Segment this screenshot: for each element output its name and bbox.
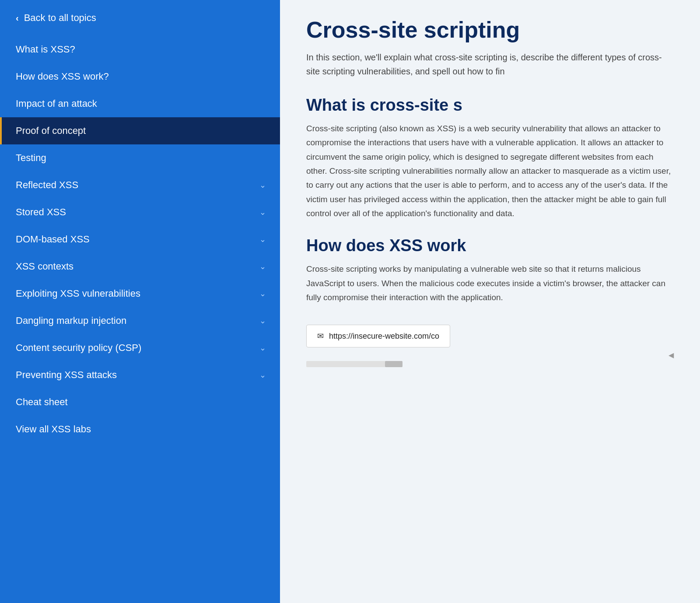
sidebar-item-label: What is XSS? bbox=[16, 44, 75, 55]
chevron-down-icon: ⌄ bbox=[259, 370, 266, 380]
intro-text: In this section, we'll explain what cros… bbox=[306, 50, 674, 78]
chevron-down-icon: ⌄ bbox=[259, 316, 266, 326]
sidebar-item-label: XSS contexts bbox=[16, 261, 74, 272]
horizontal-scrollbar[interactable] bbox=[306, 361, 402, 367]
section2-heading: How does XSS work bbox=[306, 236, 674, 255]
sidebar: ‹ Back to all topics What is XSS?How doe… bbox=[0, 0, 280, 603]
scrollbar-thumb[interactable] bbox=[385, 361, 402, 367]
sidebar-item-label: Stored XSS bbox=[16, 207, 66, 218]
sidebar-item-proof-of-concept[interactable]: Proof of concept bbox=[0, 117, 280, 144]
sidebar-item-label: Dangling markup injection bbox=[16, 315, 126, 326]
main-content: Cross-site scripting In this section, we… bbox=[280, 0, 700, 603]
sidebar-item-exploiting-xss-vulnerabilities[interactable]: Exploiting XSS vulnerabilities⌄ bbox=[0, 280, 280, 307]
sidebar-item-label: Proof of concept bbox=[16, 125, 86, 137]
url-text: https://insecure-website.com/co bbox=[329, 332, 439, 341]
page-title: Cross-site scripting bbox=[306, 18, 674, 42]
chevron-down-icon: ⌄ bbox=[259, 207, 266, 217]
sidebar-item-view-all-xss-labs[interactable]: View all XSS labs bbox=[0, 416, 280, 443]
sidebar-item-what-is-xss[interactable]: What is XSS? bbox=[0, 36, 280, 63]
section1-text: Cross-site scripting (also known as XSS)… bbox=[306, 122, 674, 221]
sidebar-item-reflected-xss[interactable]: Reflected XSS⌄ bbox=[0, 172, 280, 199]
sidebar-item-impact-of-an-attack[interactable]: Impact of an attack bbox=[0, 90, 280, 117]
chevron-left-icon: ‹ bbox=[16, 13, 19, 23]
sidebar-item-dangling-markup-injection[interactable]: Dangling markup injection⌄ bbox=[0, 307, 280, 334]
sidebar-item-dom-based-xss[interactable]: DOM-based XSS⌄ bbox=[0, 226, 280, 253]
envelope-icon: ✉ bbox=[317, 331, 324, 341]
url-example-box: ✉ https://insecure-website.com/co bbox=[306, 325, 450, 347]
sidebar-item-label: Preventing XSS attacks bbox=[16, 369, 117, 381]
sidebar-item-preventing-xss-attacks[interactable]: Preventing XSS attacks⌄ bbox=[0, 361, 280, 389]
section2-text: Cross-site scripting works by manipulati… bbox=[306, 262, 674, 305]
sidebar-item-label: Exploiting XSS vulnerabilities bbox=[16, 288, 140, 299]
scroll-indicator: ◀ bbox=[306, 351, 674, 359]
chevron-down-icon: ⌄ bbox=[259, 343, 266, 353]
sidebar-item-testing[interactable]: Testing bbox=[0, 144, 280, 172]
sidebar-item-cheat-sheet[interactable]: Cheat sheet bbox=[0, 389, 280, 416]
back-label: Back to all topics bbox=[24, 12, 96, 24]
chevron-down-icon: ⌄ bbox=[259, 180, 266, 190]
sidebar-item-xss-contexts[interactable]: XSS contexts⌄ bbox=[0, 253, 280, 280]
sidebar-item-label: Content security policy (CSP) bbox=[16, 342, 141, 354]
sidebar-item-label: Testing bbox=[16, 152, 46, 164]
chevron-down-icon: ⌄ bbox=[259, 262, 266, 271]
section1-heading: What is cross-site s bbox=[306, 96, 674, 115]
chevron-down-icon: ⌄ bbox=[259, 235, 266, 244]
sidebar-item-label: View all XSS labs bbox=[16, 424, 91, 435]
sidebar-item-content-security-policy[interactable]: Content security policy (CSP)⌄ bbox=[0, 334, 280, 361]
sidebar-item-stored-xss[interactable]: Stored XSS⌄ bbox=[0, 199, 280, 226]
sidebar-item-how-does-xss-work[interactable]: How does XSS work? bbox=[0, 63, 280, 90]
sidebar-item-label: How does XSS work? bbox=[16, 71, 109, 82]
sidebar-item-label: Reflected XSS bbox=[16, 179, 78, 191]
back-to-all-topics[interactable]: ‹ Back to all topics bbox=[0, 0, 280, 36]
scroll-left-arrow: ◀ bbox=[668, 351, 674, 359]
sidebar-item-label: Cheat sheet bbox=[16, 396, 68, 408]
chevron-down-icon: ⌄ bbox=[259, 289, 266, 298]
sidebar-item-label: DOM-based XSS bbox=[16, 234, 90, 245]
sidebar-item-label: Impact of an attack bbox=[16, 98, 97, 109]
